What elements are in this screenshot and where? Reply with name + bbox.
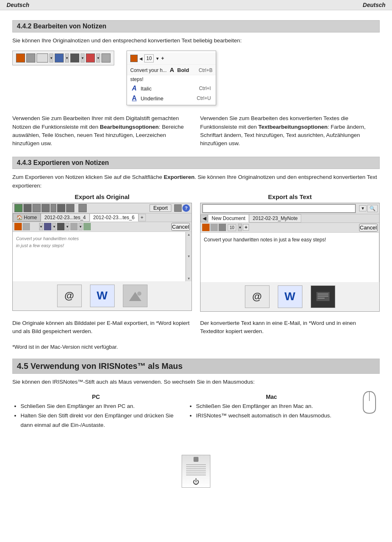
- pen-top: [194, 457, 198, 462]
- inner-icon-5: [70, 223, 78, 230]
- app-content-text: Convert your handwritten notes in just a…: [201, 233, 379, 282]
- header-left: Deutsch: [7, 2, 29, 8]
- search-icon-btn[interactable]: 🔍: [367, 205, 378, 212]
- pen-line-1: [186, 464, 206, 465]
- mouse-icon-area: [359, 389, 380, 415]
- scroll-down2: ▼: [187, 277, 191, 280]
- tab-new-document[interactable]: New Document: [208, 214, 249, 222]
- text-plus-btn[interactable]: +: [243, 224, 249, 231]
- mouse-svg: [359, 389, 380, 414]
- note-handwritten-text: Convert your handwritten notesin just a …: [16, 235, 182, 250]
- pc-title: PC: [12, 394, 180, 400]
- pen-image-container: ⏻: [12, 442, 380, 488]
- mac-bullet-2: IRISNotes™ wechselt automatisch in den M…: [196, 411, 355, 421]
- inner-icon-3: [44, 223, 51, 230]
- dropdown-arrow-2[interactable]: ▼: [65, 53, 69, 63]
- icon-settings: [174, 204, 182, 212]
- icon-link: [78, 204, 87, 212]
- search-input-area[interactable]: [203, 204, 355, 213]
- bold-label: Bold: [177, 67, 189, 73]
- cancel-button-original[interactable]: Cancel: [171, 223, 190, 231]
- section-442-heading: 4.4.2 Bearbeiten von Notizen: [12, 20, 380, 32]
- pen-line-6: [186, 475, 206, 475]
- tab-item-2[interactable]: 2012-02-23...tes_6: [90, 213, 138, 222]
- converted-text-area: Convert your handwritten notes in just a…: [201, 233, 379, 282]
- text-inner-icon-3: [219, 224, 226, 231]
- italic-A: A: [132, 85, 137, 92]
- export-desc-cols: Die Originale können als Bilddatei per E…: [12, 316, 380, 339]
- converted-text: Convert your handwritten notes in just a…: [204, 236, 376, 243]
- inner-icon-6: [83, 223, 91, 230]
- popup-icon: [130, 55, 138, 62]
- steps-preview-text: steps!: [130, 76, 143, 82]
- section-442-intro: Sie können Ihre Originalnotizen und den …: [12, 37, 380, 45]
- underline-label: Underline: [141, 95, 164, 102]
- inner-icon-rect: [31, 223, 38, 230]
- tab-home[interactable]: 🏠 Home: [13, 213, 41, 222]
- export-desc-right: Der konvertierte Text kann in eine E-Mai…: [200, 316, 380, 339]
- dropdown-arrow-1[interactable]: ▼: [49, 53, 53, 63]
- export-desc-left-text: Die Originale können als Bilddatei per E…: [12, 319, 192, 336]
- word-note: *Word ist in der Mac-Version nicht verfü…: [12, 343, 380, 351]
- dropdown-arrow-4[interactable]: ▼: [96, 53, 100, 63]
- power-symbol: ⏻: [193, 478, 199, 486]
- app-window-text: ▼ 🔍 ◀ New Document 2012-02-23_MyNote: [200, 203, 380, 312]
- inner-dropdown-3[interactable]: ▼: [65, 223, 69, 230]
- text-num-box[interactable]: 10: [228, 224, 236, 231]
- font-size-box[interactable]: 10: [144, 54, 154, 63]
- inner-icon-2: [23, 223, 30, 230]
- toolbar-area: ▼ ▼ ▼ ▼ ◀ 10 ▼ + Convert your: [12, 51, 380, 105]
- inner-toolbar-text: 10 ▼ + Cancel: [201, 223, 379, 233]
- mac-bullet-1: Schließen Sie den Empfänger an Ihren Mac…: [196, 402, 355, 411]
- toolbar-icon-3: [55, 53, 64, 63]
- scroll-bar-original[interactable]: ▲ ▼ ▼: [186, 232, 191, 281]
- inner-dropdown-2[interactable]: ▼: [52, 223, 56, 230]
- icon-line: [51, 204, 56, 212]
- pc-col: PC Schließen Sie den Empfänger an Ihren …: [12, 394, 180, 430]
- icon-save: [14, 204, 23, 212]
- mac-col: Mac Schließen Sie den Empfänger an Ihren…: [188, 394, 355, 430]
- page: Deutsch Deutsch 4.4.2 Bearbeiten von Not…: [0, 0, 392, 492]
- text-export-email-icon: @: [245, 285, 270, 308]
- tab-home-label: Home: [24, 215, 37, 220]
- steps-preview-row: steps!: [127, 75, 216, 83]
- svg-point-1: [137, 292, 141, 296]
- toolbar-icon-1: [16, 53, 25, 63]
- popup-arrow-left: ◀: [139, 56, 143, 61]
- pen-line-4: [186, 470, 206, 471]
- text-export-text-icon: [311, 285, 335, 308]
- inner-dropdown-4[interactable]: ▼: [78, 223, 83, 230]
- export-columns: Export als Original Export: [12, 193, 380, 312]
- pc-bullet-2: Halten Sie den Stift direkt vor den Empf…: [21, 411, 180, 430]
- format-item-underline[interactable]: A Underline Ctrl+U: [127, 93, 216, 103]
- tab-plus[interactable]: +: [138, 214, 146, 221]
- mouse-header-row: PC Schließen Sie den Empfänger an Ihren …: [12, 389, 380, 434]
- inner-icon-1: [14, 223, 22, 230]
- icon-cut: [42, 204, 50, 212]
- convert-preview-text: Convert your h...: [130, 67, 167, 73]
- toolbar-icon-2: [26, 53, 35, 63]
- toolbar-icon-4: [70, 53, 79, 63]
- dropdown-arrow-3[interactable]: ▼: [81, 53, 85, 63]
- export-word-icon: W: [90, 285, 115, 307]
- export-original-title: Export als Original: [12, 193, 192, 200]
- content-area: 4.4.2 Bearbeiten von Notizen Sie können …: [0, 10, 392, 492]
- tab-item-1[interactable]: 2012-02-23...tes_4: [41, 213, 90, 222]
- format-item-italic[interactable]: A Italic Ctrl+I: [127, 83, 216, 93]
- note-handwritten: Convert your handwritten notesin just a …: [13, 232, 186, 281]
- icon-folder: [23, 204, 32, 212]
- two-col-desc-442: Verwenden Sie zum Bearbeiten Ihrer mit d…: [12, 111, 380, 151]
- inner-dropdown-1[interactable]: ▼: [39, 223, 43, 230]
- app-toolbar-text: ▼ 🔍: [201, 203, 379, 214]
- inner-icon-4: [57, 223, 65, 230]
- cancel-button-text[interactable]: Cancel: [359, 224, 378, 232]
- search-dropdown[interactable]: ▼: [359, 205, 367, 211]
- tab-back-btn[interactable]: ◀: [201, 215, 208, 222]
- export-desc-left: Die Originale können als Bilddatei per E…: [12, 316, 192, 339]
- format-popup: ◀ 10 ▼ + Convert your h... A Bold Ctrl+B…: [127, 51, 216, 105]
- export-button[interactable]: Export: [150, 204, 171, 212]
- format-popup-header: ◀ 10 ▼ +: [127, 53, 216, 65]
- text-dropdown[interactable]: ▼: [238, 224, 242, 231]
- tab-mynote[interactable]: 2012-02-23_MyNote: [249, 214, 301, 222]
- header-right: Deutsch: [363, 2, 385, 8]
